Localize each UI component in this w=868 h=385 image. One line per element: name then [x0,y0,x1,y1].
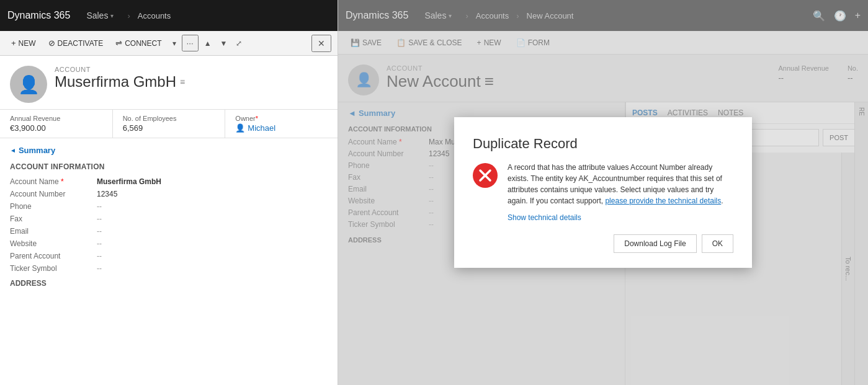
next-record-button[interactable]: ▼ [217,37,231,50]
account-title-area: ACCOUNT Muserfirma GmbH ≡ [55,66,328,91]
left-breadcrumb-accounts[interactable]: Accounts [138,11,171,20]
annual-revenue-label: Annual Revenue [10,115,102,122]
field-label-account-number: Account Number [10,190,97,198]
field-value-account-name: Muserfirma GmbH [97,177,328,186]
collapse-icon[interactable]: ◄ [10,147,16,154]
avatar: 👤 [10,66,47,103]
deactivate-button-label: DEACTIVATE [58,39,104,48]
summary-header: ◄ Summary [10,146,328,155]
owner-required-star: * [256,115,258,122]
address-title: ADDRESS [10,279,328,288]
account-menu-icon[interactable]: ≡ [180,77,185,87]
left-module-label: Sales [86,11,108,20]
connect-button-label: CONNECT [125,39,161,48]
dialog-show-details: Show technical details [508,213,733,222]
connect-icon: ⇌ [115,38,122,48]
field-website: Website -- [10,239,328,248]
owner-stat: Owner* 👤 Michael [225,110,338,138]
duplicate-record-dialog: Duplicate Record A record that has the a [454,117,752,268]
field-label-fax: Fax [10,215,97,223]
contact-support-link[interactable]: please provide the technical details [605,197,721,205]
left-nav-bar: Dynamics 365 Sales ▾ › Accounts [0,0,338,31]
dialog-title: Duplicate Record [473,136,733,152]
more-label: ··· [187,38,194,48]
field-value-ticker-symbol: -- [97,264,328,273]
dialog-title-text: Duplicate Record [473,136,578,152]
field-value-fax: -- [97,215,328,223]
avatar-icon: 👤 [18,74,40,95]
field-label-email: Email [10,227,97,236]
dialog-text-area: A record that has the attribute values A… [508,162,733,222]
prev-record-button[interactable]: ▲ [201,37,215,50]
field-value-parent-account: -- [97,252,328,260]
field-value-email: -- [97,227,328,236]
field-phone: Phone -- [10,202,328,211]
new-icon: + [11,38,16,48]
employees-value: 6,569 [123,123,215,133]
field-email: Email -- [10,227,328,236]
dialog-overlay: Duplicate Record A record that has the a [338,0,868,385]
show-technical-details-link[interactable]: Show technical details [508,213,581,222]
dialog-error-icon [473,163,498,188]
field-label-ticker-symbol: Ticker Symbol [10,264,97,273]
dialog-body: A record that has the attribute values A… [473,162,733,222]
field-account-number: Account Number 12345 [10,190,328,198]
connect-dropdown-arrow[interactable]: ▾ [169,37,179,50]
new-button-label: NEW [19,39,36,48]
account-section-label: ACCOUNT [55,66,328,73]
left-brand: Dynamics 365 [7,10,70,21]
download-log-button[interactable]: Download Log File [614,234,696,253]
field-value-account-number: 12345 [97,190,328,198]
left-toolbar: + NEW ⊘ DEACTIVATE ⇌ CONNECT ▾ ··· ▲ ▼ ⤢… [0,31,338,56]
account-header: 👤 ACCOUNT Muserfirma GmbH ≡ [0,56,338,110]
account-name-text: Muserfirma GmbH [55,73,176,91]
employees-label: No. of Employees [123,115,215,122]
owner-person-icon: 👤 [235,123,245,133]
field-ticker-symbol: Ticker Symbol -- [10,264,328,273]
employees-stat: No. of Employees 6,569 [113,110,226,138]
field-parent-account: Parent Account -- [10,252,328,260]
field-value-website: -- [97,239,328,248]
annual-revenue-value: €3,900.00 [10,123,102,133]
new-button[interactable]: + NEW [6,36,41,50]
owner-name: Michael [248,123,275,133]
left-scroll-area[interactable]: ◄ Summary ACCOUNT INFORMATION Account Na… [0,138,338,385]
ok-button[interactable]: OK [702,234,733,253]
right-panel: Dynamics 365 Sales ▾ › Accounts › New Ac… [338,0,868,385]
summary-label: Summary [19,146,55,155]
field-label-parent-account: Parent Account [10,252,97,260]
summary-section: ◄ Summary ACCOUNT INFORMATION Account Na… [0,138,338,298]
connect-button[interactable]: ⇌ CONNECT [110,36,166,50]
close-button[interactable]: ✕ [311,35,331,52]
field-label-website: Website [10,239,97,248]
close-icon: ✕ [318,38,325,48]
left-module-chevron: ▾ [110,12,114,19]
field-fax: Fax -- [10,215,328,223]
field-label-phone: Phone [10,202,97,211]
owner-label: Owner* [235,115,328,122]
left-nav-sep: › [127,11,130,20]
owner-value[interactable]: 👤 Michael [235,123,328,133]
field-label-account-name: Account Name * [10,177,97,186]
field-account-name: Account Name * Muserfirma GmbH [10,177,328,186]
deactivate-button[interactable]: ⊘ DEACTIVATE [43,36,109,50]
left-module[interactable]: Sales ▾ [80,11,120,20]
annual-revenue-stat: Annual Revenue €3,900.00 [0,110,113,138]
account-name: Muserfirma GmbH ≡ [55,73,328,91]
deactivate-icon: ⊘ [48,38,55,48]
left-panel: Dynamics 365 Sales ▾ › Accounts + NEW ⊘ … [0,0,338,385]
expand-button[interactable]: ⤢ [233,37,245,50]
dialog-buttons: Download Log File OK [473,234,733,253]
account-info-title: ACCOUNT INFORMATION [10,162,328,171]
more-button[interactable]: ··· [182,35,199,51]
field-value-phone: -- [97,202,328,211]
dialog-body-text: A record that has the attribute values A… [508,162,733,206]
stats-row: Annual Revenue €3,900.00 No. of Employee… [0,110,338,138]
